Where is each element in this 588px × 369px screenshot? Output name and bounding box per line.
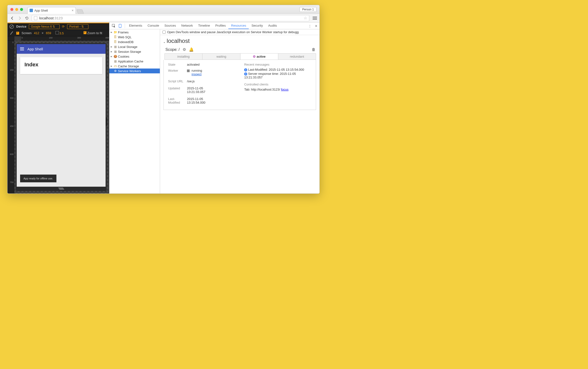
resource-tree-item[interactable]: ▶▦Session Storage <box>109 49 160 54</box>
screen-checkbox[interactable] <box>16 32 19 35</box>
message-row: iLast-Modified: 2015-11-05 13:15:54.000 <box>244 68 311 72</box>
browser-menu-button[interactable] <box>313 17 317 20</box>
devtools-pane: ElementsConsoleSourcesNetworkTimelinePro… <box>109 22 320 194</box>
devtools-more-icon[interactable]: ⋮ <box>308 24 311 28</box>
sw-status-tab-redundant[interactable]: redundant <box>278 53 316 60</box>
steps-icon <box>10 31 13 35</box>
service-workers-panel: Open DevTools window and pause JavaScrip… <box>160 29 320 194</box>
device-viewport: 0 150 300 450 600 750 App Shell Index Ap… <box>8 41 109 194</box>
devtools-tab-elements[interactable]: Elements <box>126 22 145 29</box>
sw-status-tab-active[interactable]: ⚙active <box>240 53 278 60</box>
screen-label: Screen <box>21 31 31 35</box>
close-tab-button[interactable]: × <box>72 9 74 12</box>
devtools-tabbar: ElementsConsoleSourcesNetworkTimelinePro… <box>109 22 320 29</box>
bookmark-star-icon[interactable]: ☆ <box>304 16 307 20</box>
forward-button[interactable] <box>17 16 22 20</box>
screen-toolbar: Screen 412 × 659 3.5 Zoom to fit <box>8 30 109 36</box>
screen-height[interactable]: 659 <box>46 31 51 35</box>
zoom-checkbox[interactable] <box>83 31 86 34</box>
sw-status-tab-installing[interactable]: installing <box>165 53 202 60</box>
device-mode-pane: Device Google Nexus 6 ⇅ ⟳ Portrait - ⇅ S… <box>8 22 109 194</box>
sw-debug-checkbox[interactable] <box>163 31 166 34</box>
devtools-close-icon[interactable]: ✕ <box>315 24 318 28</box>
favicon-icon <box>30 9 33 12</box>
svg-point-2 <box>120 27 120 27</box>
dpr-value[interactable]: 3.5 <box>59 31 64 35</box>
device-select[interactable]: Google Nexus 6 ⇅ <box>29 24 60 29</box>
orientation-select[interactable]: Portrait - ⇅ <box>67 24 88 29</box>
sw-status-tabs: installingwaiting⚙activeredundant <box>165 53 316 60</box>
content-card: Index <box>20 57 102 74</box>
dpr-icon <box>55 31 59 34</box>
devtools-tab-console[interactable]: Console <box>145 22 162 29</box>
back-button[interactable] <box>10 16 15 20</box>
devtools-tab-security[interactable]: Security <box>249 22 265 29</box>
close-window-button[interactable] <box>10 8 13 11</box>
no-throttle-icon[interactable] <box>10 24 14 29</box>
url-port: :3123 <box>53 16 63 20</box>
reload-button[interactable] <box>24 16 29 20</box>
profile-button[interactable]: Person 1 <box>299 7 317 12</box>
state-label: State <box>168 63 187 66</box>
devtools-tab-profiles[interactable]: Profiles <box>213 22 228 29</box>
tab-title: App Shell <box>34 9 48 12</box>
script-label: Script URL <box>168 79 187 83</box>
updated-label: Updated <box>168 86 187 94</box>
device-mode-toggle-icon[interactable] <box>117 22 123 29</box>
resource-tree-item[interactable]: 🗄IndexedDB <box>109 40 160 44</box>
app-bar: App Shell <box>17 44 106 54</box>
nav-toolbar: localhost:3123 ☆ <box>8 14 320 22</box>
resource-tree-item[interactable]: 🗄Web SQL <box>109 35 160 40</box>
resource-tree-item[interactable]: ▶📁Frames <box>109 30 160 35</box>
state-value: activated <box>187 63 237 66</box>
focus-link[interactable]: focus <box>281 88 289 91</box>
lastmod-label: Last-Modified <box>168 97 187 104</box>
recent-messages-header: Recent messages <box>244 63 311 66</box>
message-row: iServer response time: 2015-11-05 13:21:… <box>244 72 311 79</box>
devtools-tab-resources[interactable]: Resources <box>228 22 249 29</box>
device-label: Device <box>16 25 26 28</box>
phone-screen[interactable]: App Shell Index App ready for offline us… <box>17 44 106 187</box>
resource-tree-item[interactable]: ▶▦Local Storage <box>109 44 160 49</box>
page-icon <box>34 16 37 20</box>
new-tab-button[interactable] <box>77 10 84 14</box>
bell-icon[interactable]: 🔔 <box>189 47 194 52</box>
sw-status-tab-waiting[interactable]: waiting <box>202 53 240 60</box>
devtools-tab-timeline[interactable]: Timeline <box>196 22 213 29</box>
maximize-window-button[interactable] <box>20 8 23 11</box>
worker-label: Worker <box>168 69 187 76</box>
devtools-tab-audits[interactable]: Audits <box>265 22 279 29</box>
screen-times: × <box>42 31 44 35</box>
hamburger-icon[interactable] <box>20 47 24 50</box>
ruler-vertical: 0 150 300 450 600 750 <box>8 41 14 194</box>
ruler-horizontal: 0 150 300 450 <box>21 36 109 41</box>
stop-worker-icon[interactable] <box>187 70 190 72</box>
inspect-link[interactable]: inspect <box>192 72 201 76</box>
inspect-element-icon[interactable] <box>111 22 117 29</box>
trash-icon[interactable]: 🗑 <box>312 47 316 52</box>
info-icon: i <box>244 68 247 72</box>
offline-toast: App ready for offline use. <box>20 174 56 182</box>
device-toolbar: Device Google Nexus 6 ⇅ ⟳ Portrait - ⇅ <box>8 23 109 30</box>
resource-tree-item[interactable]: ▶🗃Cache Storage <box>109 64 160 69</box>
script-value: /sw.js <box>187 79 237 83</box>
info-icon: i <box>244 72 247 76</box>
address-bar[interactable]: localhost:3123 ☆ <box>32 15 309 21</box>
lastmod-value: 2015-11-0513:15:54.000 <box>187 97 237 104</box>
rotate-icon[interactable]: ⟳ <box>62 25 65 28</box>
resource-tree-item[interactable]: ▶🍪Cookies <box>109 54 160 59</box>
resource-tree-item[interactable]: ⚙Service Workers <box>109 69 160 73</box>
minimize-window-button[interactable] <box>15 8 18 11</box>
controlled-clients-header: Controlled clients <box>244 82 311 86</box>
screen-width[interactable]: 412 <box>34 31 39 35</box>
devtools-tab-sources[interactable]: Sources <box>162 22 179 29</box>
gear-icon[interactable]: ⚙ <box>183 47 186 52</box>
sw-debug-option: Open DevTools window and pause JavaScrip… <box>160 29 320 35</box>
resource-tree-item[interactable]: ▦Application Cache <box>109 59 160 64</box>
tabstrip: App Shell × <box>27 5 83 14</box>
browser-tab[interactable]: App Shell × <box>27 7 76 14</box>
updated-value: 2015-11-0513:21:33.057 <box>187 86 237 94</box>
content-area: Device Google Nexus 6 ⇅ ⟳ Portrait - ⇅ S… <box>8 22 320 194</box>
url-host: localhost <box>39 16 53 20</box>
devtools-tab-network[interactable]: Network <box>179 22 196 29</box>
